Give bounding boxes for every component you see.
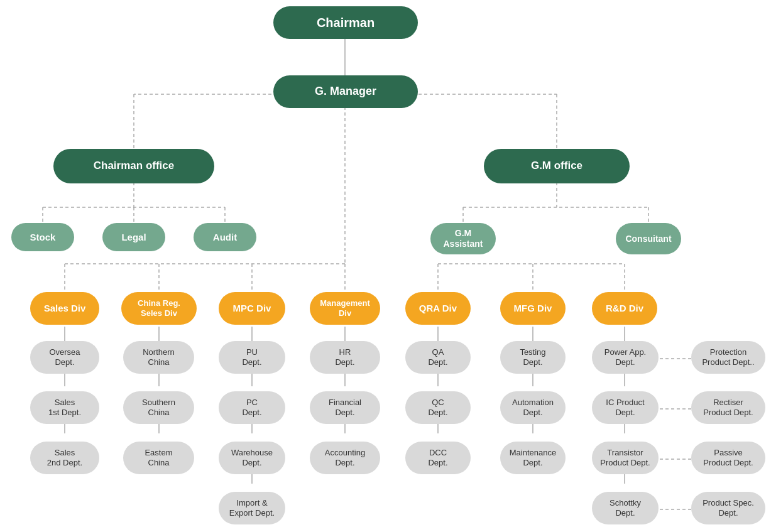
gm-assistant-node: G.M Assistant bbox=[430, 223, 496, 254]
maintenance-dept-node: Maintenance Dept. bbox=[500, 442, 566, 474]
chairman-node: Chairman bbox=[273, 6, 418, 39]
dcc-dept-node: DCC Dept. bbox=[405, 442, 471, 474]
hr-dept-node: HR Dept. bbox=[310, 341, 380, 374]
schottky-node: Schottky Dept. bbox=[592, 492, 659, 524]
china-reg-div-node: China Reg. Seles Div bbox=[121, 292, 197, 325]
consultant-node: Consuitant bbox=[616, 223, 681, 254]
org-chart: Chairman G. Manager Chairman office G.M … bbox=[0, 0, 771, 532]
northern-china-node: Northern China bbox=[123, 341, 194, 374]
eastern-china-node: Eastem China bbox=[123, 442, 194, 474]
sales-div-node: Sales Div bbox=[30, 292, 99, 325]
rectiser-node: Rectiser Product Dept. bbox=[691, 391, 765, 424]
accounting-dept-node: Accounting Dept. bbox=[310, 442, 380, 474]
audit-node: Audit bbox=[194, 223, 256, 251]
gm-office-node: G.M office bbox=[484, 149, 630, 183]
chairman-office-node: Chairman office bbox=[53, 149, 214, 183]
rd-div-node: R&D Div bbox=[592, 292, 657, 325]
import-export-node: Import & Export Dept. bbox=[219, 492, 285, 524]
mfg-div-node: MFG Div bbox=[500, 292, 566, 325]
pc-dept-node: PC Dept. bbox=[219, 391, 285, 424]
transistor-node: Transistor Product Dept. bbox=[592, 442, 659, 474]
product-spec-node: Product Spec. Dept. bbox=[691, 492, 765, 524]
automation-dept-node: Automation Dept. bbox=[500, 391, 566, 424]
financial-dept-node: Financial Dept. bbox=[310, 391, 380, 424]
g-manager-node: G. Manager bbox=[273, 75, 418, 108]
ic-product-node: IC Product Dept. bbox=[592, 391, 659, 424]
qra-div-node: QRA Div bbox=[405, 292, 471, 325]
sales-1st-node: Sales 1st Dept. bbox=[30, 391, 99, 424]
stock-node: Stock bbox=[11, 223, 74, 251]
mpc-div-node: MPC Div bbox=[219, 292, 285, 325]
passive-product-node: Passive Product Dept. bbox=[691, 442, 765, 474]
qa-dept-node: QA Dept. bbox=[405, 341, 471, 374]
testing-dept-node: Testing Dept. bbox=[500, 341, 566, 374]
protection-product-node: Protection Product Dept.. bbox=[691, 341, 765, 374]
warehouse-dept-node: Warehouse Dept. bbox=[219, 442, 285, 474]
southern-china-node: Southern China bbox=[123, 391, 194, 424]
oversea-dept-node: Oversea Dept. bbox=[30, 341, 99, 374]
legal-node: Legal bbox=[102, 223, 165, 251]
pu-dept-node: PU Dept. bbox=[219, 341, 285, 374]
sales-2nd-node: Sales 2nd Dept. bbox=[30, 442, 99, 474]
power-app-node: Power App. Dept. bbox=[592, 341, 659, 374]
management-div-node: Management Div bbox=[310, 292, 380, 325]
qc-dept-node: QC Dept. bbox=[405, 391, 471, 424]
